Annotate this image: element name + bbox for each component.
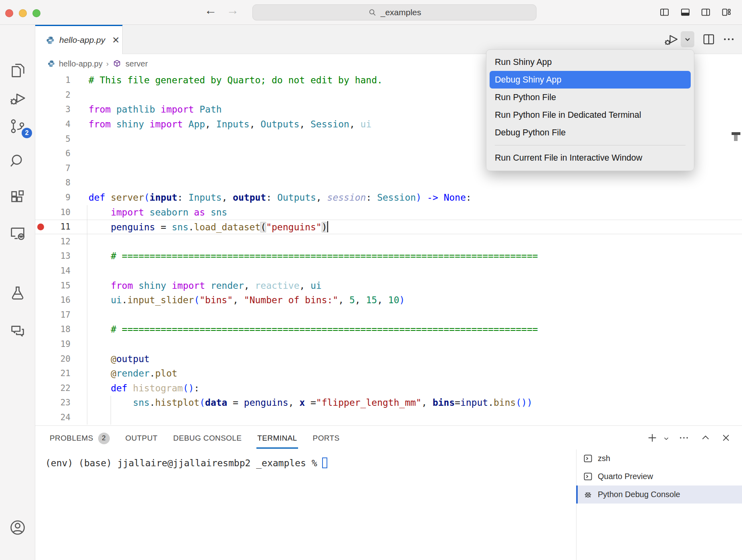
line-number[interactable]: 18 xyxy=(46,324,71,334)
code-line[interactable]: 21 @render.plot xyxy=(35,366,742,381)
code-text[interactable]: penguins = sns.load_dataset("penguins") xyxy=(89,221,328,232)
back-button[interactable]: ← xyxy=(202,3,219,18)
code-text[interactable]: from shiny import App, Inputs, Outputs, … xyxy=(89,119,371,129)
tab-output[interactable]: OUTPUT xyxy=(125,430,158,446)
code-text[interactable]: ui.input_slider("bins", "Number of bins:… xyxy=(89,295,405,305)
code-line[interactable]: 8 xyxy=(35,175,742,190)
code-text[interactable]: # This file generated by Quarto; do not … xyxy=(89,75,383,85)
menu-item-run-python-file-dedicated-terminal[interactable]: Run Python File in Dedicated Terminal xyxy=(486,106,694,124)
code-line[interactable]: 23 sns.histplot(data = penguins, x ="fli… xyxy=(35,395,742,410)
code-line[interactable]: 14 xyxy=(35,264,742,278)
toggle-panel-icon[interactable] xyxy=(680,7,691,18)
line-number[interactable]: 4 xyxy=(46,119,71,129)
sidebar-item-run-debug[interactable] xyxy=(8,89,27,107)
menu-item-run-shiny-app[interactable]: Run Shiny App xyxy=(486,53,694,71)
tab-ports[interactable]: PORTS xyxy=(313,430,340,446)
code-line[interactable]: 9def server(input: Inputs, output: Outpu… xyxy=(35,190,742,205)
line-number[interactable]: 6 xyxy=(46,149,71,158)
sidebar-item-search[interactable] xyxy=(8,152,27,170)
line-number[interactable]: 24 xyxy=(46,413,71,422)
sidebar-item-extensions[interactable] xyxy=(8,188,27,206)
tab-debug-console[interactable]: DEBUG CONSOLE xyxy=(173,430,242,446)
panel-more-actions-icon[interactable] xyxy=(678,432,690,444)
line-number[interactable]: 16 xyxy=(46,295,71,305)
line-number[interactable]: 22 xyxy=(46,383,71,393)
terminal-list-item-quarto-preview[interactable]: Quarto Preview xyxy=(577,467,742,485)
line-number[interactable]: 13 xyxy=(46,251,71,261)
line-number[interactable]: 2 xyxy=(46,90,71,100)
code-line[interactable]: 10 import seaborn as sns xyxy=(35,205,742,220)
code-line[interactable]: 22 def histogram(): xyxy=(35,381,742,395)
account-button[interactable] xyxy=(8,518,27,537)
line-number[interactable]: 3 xyxy=(46,105,71,114)
code-text[interactable]: from shiny import render, reactive, ui xyxy=(89,280,322,291)
line-number[interactable]: 23 xyxy=(46,398,71,407)
menu-item-run-current-file-interactive-window[interactable]: Run Current File in Interactive Window xyxy=(486,149,694,167)
zoom-window-button[interactable] xyxy=(32,9,40,17)
code-line[interactable]: 11 penguins = sns.load_dataset("penguins… xyxy=(35,220,742,234)
menu-item-run-python-file[interactable]: Run Python File xyxy=(486,89,694,106)
breakpoint-dot[interactable] xyxy=(37,224,44,230)
code-text[interactable]: @render.plot xyxy=(89,368,177,379)
terminal-prompt[interactable]: (env) (base) jjallaire@jjallairesmbp2 _e… xyxy=(45,457,327,468)
line-number[interactable]: 17 xyxy=(46,310,71,320)
code-line[interactable]: 19 xyxy=(35,337,742,352)
line-number[interactable]: 10 xyxy=(46,207,71,217)
line-number[interactable]: 14 xyxy=(46,266,71,276)
tab-hello-app[interactable]: hello-app.py ✕ xyxy=(35,25,123,54)
new-terminal-button[interactable] xyxy=(646,432,658,444)
toggle-primary-sidebar-icon[interactable] xyxy=(659,7,670,18)
run-dropdown-chevron[interactable] xyxy=(681,31,694,47)
maximize-panel-icon[interactable] xyxy=(700,432,712,444)
code-line[interactable]: 20 @output xyxy=(35,351,742,366)
customize-layout-icon[interactable] xyxy=(721,7,732,18)
code-text[interactable]: def server(input: Inputs, output: Output… xyxy=(89,192,472,203)
code-line[interactable]: 17 xyxy=(35,308,742,322)
code-line[interactable]: 13 # ===================================… xyxy=(35,249,742,264)
tab-terminal[interactable]: TERMINAL xyxy=(257,430,297,446)
code-line[interactable]: 24 xyxy=(35,410,742,425)
code-text[interactable]: def histogram(): xyxy=(89,383,200,393)
line-number[interactable]: 19 xyxy=(46,339,71,349)
code-text[interactable]: @output xyxy=(89,354,149,364)
line-number[interactable]: 12 xyxy=(46,237,71,246)
code-text[interactable]: # ======================================… xyxy=(89,251,538,261)
command-center-search[interactable]: _examples xyxy=(252,4,536,20)
code-text[interactable]: # ======================================… xyxy=(89,324,538,334)
code-line[interactable]: 12 xyxy=(35,234,742,249)
debug-run-button[interactable] xyxy=(663,31,679,47)
code-line[interactable]: 15 from shiny import render, reactive, u… xyxy=(35,278,742,293)
line-number[interactable]: 9 xyxy=(46,193,71,202)
editor-more-actions-icon[interactable] xyxy=(722,31,736,47)
tab-problems[interactable]: PROBLEMS 2 xyxy=(50,430,110,446)
close-panel-icon[interactable] xyxy=(720,432,732,444)
code-line[interactable]: 18 # ===================================… xyxy=(35,322,742,337)
line-number[interactable]: 1 xyxy=(46,75,71,85)
breakpoint-gutter[interactable] xyxy=(35,224,46,230)
line-number[interactable]: 11 xyxy=(46,222,71,232)
forward-button[interactable]: → xyxy=(224,3,241,18)
sidebar-item-remote-explorer[interactable] xyxy=(8,224,27,242)
line-number[interactable]: 7 xyxy=(46,163,71,173)
line-number[interactable]: 21 xyxy=(46,369,71,378)
sidebar-item-source-control[interactable]: 2 xyxy=(8,117,27,135)
sidebar-item-comments[interactable] xyxy=(8,322,27,340)
sidebar-item-testing[interactable] xyxy=(8,284,27,302)
sidebar-item-explorer[interactable] xyxy=(8,61,27,79)
split-editor-icon[interactable] xyxy=(702,31,716,47)
code-line[interactable]: 16 ui.input_slider("bins", "Number of bi… xyxy=(35,293,742,308)
terminal-list-item-zsh[interactable]: zsh xyxy=(577,449,742,467)
breadcrumb-symbol[interactable]: server xyxy=(125,59,148,68)
line-number[interactable]: 15 xyxy=(46,281,71,290)
code-text[interactable]: sns.histplot(data = penguins, x ="flippe… xyxy=(89,397,532,408)
line-number[interactable]: 8 xyxy=(46,178,71,187)
toggle-secondary-sidebar-icon[interactable] xyxy=(700,7,711,18)
minimize-window-button[interactable] xyxy=(19,9,27,17)
terminal-list-item-python-debug-console[interactable]: Python Debug Console xyxy=(577,485,742,504)
menu-item-debug-shiny-app[interactable]: Debug Shiny App xyxy=(490,71,691,89)
code-text[interactable]: from pathlib import Path xyxy=(89,104,222,115)
menu-item-debug-python-file[interactable]: Debug Python File xyxy=(486,124,694,141)
close-window-button[interactable] xyxy=(5,9,13,17)
line-number[interactable]: 20 xyxy=(46,354,71,364)
terminal-profile-chevron[interactable] xyxy=(661,434,671,443)
